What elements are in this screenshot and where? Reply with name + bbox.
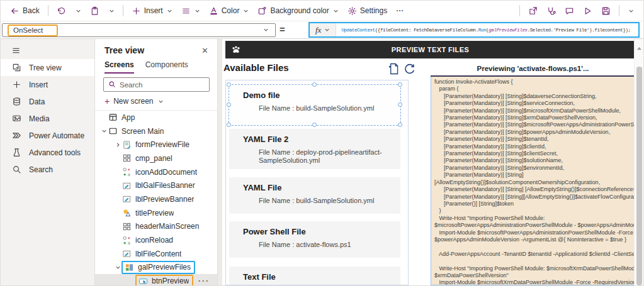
rail-item-tree-view[interactable]: Tree view	[1, 59, 94, 76]
chevron-down-icon	[195, 8, 200, 14]
fx-dropdown[interactable]: fx	[310, 23, 336, 36]
selection-handle[interactable]	[398, 102, 402, 107]
chevron-down-icon[interactable]	[100, 128, 108, 134]
tree-item-btnPreview[interactable]: btnPreview···	[95, 274, 217, 285]
file-title: YAML File 2	[243, 135, 288, 144]
tree-item-headerMainScreen[interactable]: headerMainScreen	[95, 220, 217, 234]
tree-item-label: lblGalFilesBanner	[135, 181, 195, 190]
selection-handle[interactable]	[227, 123, 231, 127]
screen-icon	[108, 126, 118, 136]
power-automate-icon	[11, 131, 21, 140]
tab-components[interactable]: Components	[145, 60, 188, 74]
rail-item-data[interactable]: Data	[1, 93, 94, 110]
file-card[interactable]: YAML File 2File Name : deploy-prod-pipel…	[229, 129, 400, 169]
clipboard-icon	[90, 6, 99, 16]
ellipsis-icon: ···	[396, 6, 404, 15]
selection-handle[interactable]	[227, 82, 231, 87]
background-color-icon	[257, 6, 267, 16]
paste-button[interactable]	[87, 4, 103, 18]
vertical-scrollbar[interactable]	[634, 39, 643, 285]
background-color-label: Background color	[270, 6, 329, 15]
insert-button[interactable]: Insert	[128, 4, 176, 18]
chevron-down-icon[interactable]	[114, 265, 121, 270]
preview-app-button[interactable]	[580, 4, 596, 18]
back-label: Back	[23, 6, 40, 15]
label-icon	[121, 194, 132, 204]
background-color-button[interactable]: Background color	[254, 4, 341, 18]
rail-item-advanced-tools[interactable]: Advanced tools	[1, 144, 94, 161]
rail-item-search[interactable]: Search	[1, 161, 94, 178]
tree-item-cmp_panel[interactable]: cmp_panel	[95, 151, 217, 165]
tab-screens[interactable]: Screens	[105, 60, 134, 74]
save-dropdown-button[interactable]	[624, 6, 637, 16]
chevron-down-icon	[76, 8, 81, 14]
comments-button[interactable]	[562, 4, 577, 18]
menu-button[interactable]	[1, 44, 94, 59]
tree-item-label: Screen Main	[121, 127, 164, 136]
tree-item-label: App	[121, 113, 135, 122]
tree-item-App[interactable]: App	[95, 111, 217, 124]
selection-handle[interactable]	[312, 123, 317, 127]
file-card[interactable]: Demo fileFile Name : build-SampleSolutio…	[229, 85, 400, 125]
save-button[interactable]	[598, 4, 614, 18]
settings-button[interactable]: Settings	[344, 4, 390, 18]
rail-item-media[interactable]: Media	[1, 110, 94, 127]
add-document-icon[interactable]	[388, 63, 398, 77]
formula-segment: UpdateContext	[341, 28, 375, 33]
rail-item-power-automate[interactable]: Power Automate	[1, 127, 94, 144]
scroll-up-icon[interactable]	[636, 42, 642, 53]
chevron-right-icon[interactable]	[114, 142, 121, 148]
formula-input[interactable]: UpdateContext({fileContent: FetchDataver…	[336, 23, 630, 36]
formula-segment: .Selected.'Preview File').filecontent});	[528, 28, 631, 33]
app-checker-button[interactable]	[543, 4, 559, 18]
selection-handle[interactable]	[312, 82, 317, 87]
reload-icon[interactable]	[404, 63, 415, 77]
app-title: PREVIEW TEXT FILES	[225, 46, 634, 53]
file-card[interactable]: Power Shell FileFile Name : activate-flo…	[229, 221, 400, 258]
tree-item-label: galPreviewFiles	[138, 263, 191, 272]
file-title: Demo file	[243, 91, 280, 100]
play-icon	[583, 6, 592, 16]
reorder-button[interactable]	[178, 4, 203, 18]
item-more-button[interactable]: ···	[198, 277, 210, 285]
tree-item-Screen Main[interactable]: Screen Main	[95, 124, 217, 138]
file-card[interactable]: YAML FileFile Name : build-SampleSolutio…	[229, 177, 400, 214]
tree-item-formPreviewFile[interactable]: formPreviewFile	[95, 138, 217, 151]
selection-handle[interactable]	[398, 82, 402, 87]
share-button[interactable]	[525, 4, 541, 18]
tree-view-icon	[11, 63, 21, 72]
chevron-down-icon	[158, 99, 164, 104]
component-icon	[121, 222, 132, 231]
back-button[interactable]: Back	[7, 4, 43, 18]
scrollbar-thumb[interactable]	[636, 67, 642, 285]
rail-item-insert[interactable]: Insert	[1, 76, 94, 93]
available-files-heading: Available Files	[223, 62, 289, 73]
new-screen-button[interactable]: + New screen	[95, 92, 217, 111]
more-commands-button[interactable]: ···	[393, 4, 407, 18]
file-title: Text File	[243, 272, 276, 282]
color-button[interactable]: Color	[206, 4, 252, 18]
tree-item-titlePreview[interactable]: titlePreview	[95, 206, 217, 220]
selection-handle[interactable]	[227, 102, 231, 107]
tree-item-iconReload[interactable]: aiconReload	[95, 233, 217, 247]
file-card[interactable]: Text FileFile Name : Free-Detail.txt	[229, 267, 400, 285]
undo-dropdown-button[interactable]	[72, 6, 84, 16]
paste-dropdown-button[interactable]	[105, 6, 118, 16]
blue-annotation-box: galPreviewFiles	[121, 261, 195, 274]
icon-icon: a	[121, 167, 132, 177]
undo-button[interactable]	[54, 4, 69, 18]
tree-item-lblFileContent[interactable]: lblFileContent	[95, 247, 217, 261]
app-header-bar: PREVIEW TEXT FILES	[225, 41, 634, 58]
tree-item-lblGalFilesBanner[interactable]: lblGalFilesBanner	[95, 179, 217, 192]
hamburger-icon	[11, 46, 21, 58]
file-name: File Name : build-SampleSolution.yml	[259, 104, 390, 113]
selection-handle[interactable]	[398, 123, 402, 127]
tree-item-lblPreviewBanner[interactable]: lblPreviewBanner	[95, 192, 217, 206]
property-selector[interactable]: OnSelect	[2, 23, 276, 37]
files-gallery[interactable]: Demo fileFile Name : build-SampleSolutio…	[225, 80, 409, 285]
tree-item-iconAddDocument[interactable]: aiconAddDocument	[95, 165, 217, 179]
tree-search-input[interactable]: Search	[103, 77, 210, 92]
tree-item-galPreviewFiles[interactable]: galPreviewFiles	[95, 261, 217, 275]
workspace: Tree viewInsertDataMediaPower AutomateAd…	[1, 39, 643, 285]
close-icon[interactable]: ✕	[201, 46, 208, 55]
